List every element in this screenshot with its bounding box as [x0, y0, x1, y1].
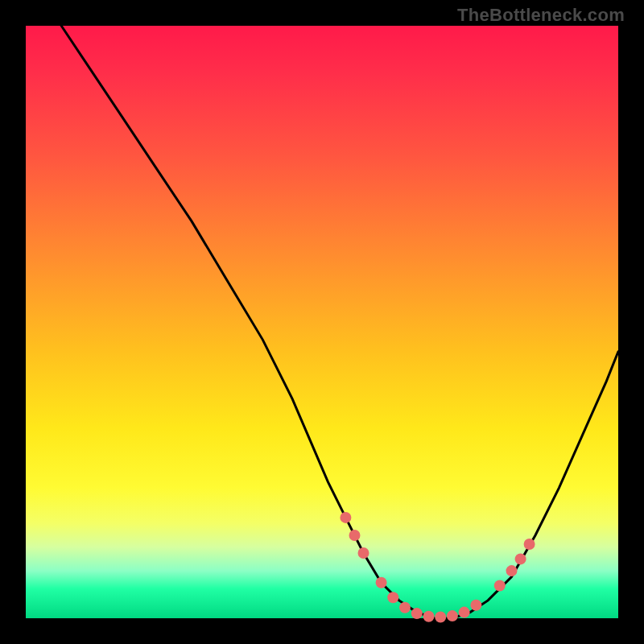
marker-dot — [340, 512, 351, 523]
marker-dot — [459, 607, 470, 618]
marker-dot — [494, 580, 506, 592]
marker-dot — [399, 602, 411, 613]
chart-frame: TheBottleneck.com — [0, 0, 644, 644]
marker-dot — [349, 530, 361, 541]
marker-dot — [411, 608, 423, 619]
marker-dot — [524, 539, 535, 550]
chart-svg — [26, 26, 618, 618]
plot-area — [26, 26, 618, 618]
marker-dot — [358, 547, 369, 559]
marker-dot — [387, 592, 398, 603]
marker-dot — [435, 612, 446, 623]
watermark-text: TheBottleneck.com — [457, 5, 625, 26]
marker-dot — [506, 565, 518, 576]
bottleneck-curve — [61, 26, 618, 618]
marker-dot — [447, 610, 458, 621]
marker-dot — [376, 577, 387, 588]
marker-dot — [423, 611, 435, 622]
marker-dot — [515, 553, 526, 564]
marker-dot — [470, 600, 481, 611]
curve-markers — [340, 512, 535, 623]
